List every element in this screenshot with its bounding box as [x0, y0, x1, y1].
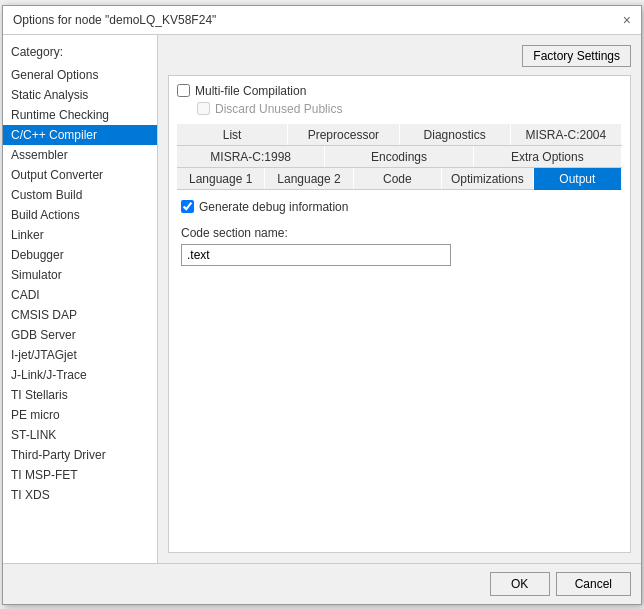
multifile-compilation-checkbox[interactable]: [177, 84, 190, 97]
tabs-row-3: Language 1Language 2CodeOptimizationsOut…: [177, 168, 622, 190]
options-dialog: Options for node "demoLQ_KV58F24" × Cate…: [2, 5, 642, 605]
sidebar-item-third-party-driver[interactable]: Third-Party Driver: [3, 445, 157, 465]
sidebar-item-pe-micro[interactable]: PE micro: [3, 405, 157, 425]
sidebar-item-custom-build[interactable]: Custom Build: [3, 185, 157, 205]
sidebar-item-j-link-j-trace[interactable]: J-Link/J-Trace: [3, 365, 157, 385]
sidebar-item-debugger[interactable]: Debugger: [3, 245, 157, 265]
tab-misra-c-2004[interactable]: MISRA-C:2004: [511, 124, 621, 145]
discard-unused-row: Discard Unused Publics: [197, 102, 622, 116]
sidebar-item-cmsis-dap[interactable]: CMSIS DAP: [3, 305, 157, 325]
sidebar-item-c-c---compiler[interactable]: C/C++ Compiler: [3, 125, 157, 145]
dialog-footer: OK Cancel: [3, 563, 641, 604]
sidebar-item-general-options[interactable]: General Options: [3, 65, 157, 85]
sidebar-item-build-actions[interactable]: Build Actions: [3, 205, 157, 225]
tab-language-1[interactable]: Language 1: [177, 168, 264, 189]
sidebar-item-ti-stellaris[interactable]: TI Stellaris: [3, 385, 157, 405]
tab-misra-c-1998[interactable]: MISRA-C:1998: [177, 146, 324, 167]
tabs-row-2: MISRA-C:1998EncodingsExtra Options: [177, 146, 622, 168]
tab-extra-options[interactable]: Extra Options: [474, 146, 621, 167]
tab-output[interactable]: Output: [534, 168, 621, 190]
generate-debug-checkbox[interactable]: [181, 200, 194, 213]
factory-btn-row: Factory Settings: [168, 45, 631, 67]
category-label: Category:: [3, 41, 157, 65]
sidebar: Category: General OptionsStatic Analysis…: [3, 35, 158, 563]
sidebar-item-ti-msp-fet[interactable]: TI MSP-FET: [3, 465, 157, 485]
sidebar-item-assembler[interactable]: Assembler: [3, 145, 157, 165]
sidebar-item-linker[interactable]: Linker: [3, 225, 157, 245]
tab-content: Generate debug information Code section …: [177, 190, 622, 276]
sidebar-item-static-analysis[interactable]: Static Analysis: [3, 85, 157, 105]
sidebar-item-cadi[interactable]: CADI: [3, 285, 157, 305]
factory-settings-button[interactable]: Factory Settings: [522, 45, 631, 67]
sidebar-item-gdb-server[interactable]: GDB Server: [3, 325, 157, 345]
close-icon[interactable]: ×: [623, 12, 631, 28]
sidebar-item-ti-xds[interactable]: TI XDS: [3, 485, 157, 505]
multifile-compilation-label: Multi-file Compilation: [195, 84, 306, 98]
content-area: Multi-file Compilation Discard Unused Pu…: [168, 75, 631, 553]
sidebar-item-simulator[interactable]: Simulator: [3, 265, 157, 285]
tab-diagnostics[interactable]: Diagnostics: [400, 124, 510, 145]
sidebar-item-i-jet-jtagjet[interactable]: I-jet/JTAGjet: [3, 345, 157, 365]
multifile-compilation-row: Multi-file Compilation: [177, 84, 622, 98]
tabs-row-1: ListPreprocessorDiagnosticsMISRA-C:2004: [177, 124, 622, 146]
sidebar-item-output-converter[interactable]: Output Converter: [3, 165, 157, 185]
generate-debug-row: Generate debug information: [181, 200, 618, 214]
discard-unused-checkbox[interactable]: [197, 102, 210, 115]
generate-debug-label: Generate debug information: [199, 200, 348, 214]
sidebar-item-st-link[interactable]: ST-LINK: [3, 425, 157, 445]
tab-optimizations[interactable]: Optimizations: [442, 168, 533, 189]
tab-list[interactable]: List: [177, 124, 287, 145]
ok-button[interactable]: OK: [490, 572, 550, 596]
discard-unused-label: Discard Unused Publics: [215, 102, 342, 116]
dialog-body: Category: General OptionsStatic Analysis…: [3, 35, 641, 563]
main-panel: Factory Settings Multi-file Compilation …: [158, 35, 641, 563]
cancel-button[interactable]: Cancel: [556, 572, 631, 596]
code-section-label: Code section name:: [181, 226, 618, 240]
tab-preprocessor[interactable]: Preprocessor: [288, 124, 398, 145]
title-bar: Options for node "demoLQ_KV58F24" ×: [3, 6, 641, 35]
code-section-input[interactable]: [181, 244, 451, 266]
tab-encodings[interactable]: Encodings: [325, 146, 472, 167]
sidebar-item-runtime-checking[interactable]: Runtime Checking: [3, 105, 157, 125]
dialog-title: Options for node "demoLQ_KV58F24": [13, 13, 216, 27]
tab-language-2[interactable]: Language 2: [265, 168, 352, 189]
tab-code[interactable]: Code: [354, 168, 441, 189]
